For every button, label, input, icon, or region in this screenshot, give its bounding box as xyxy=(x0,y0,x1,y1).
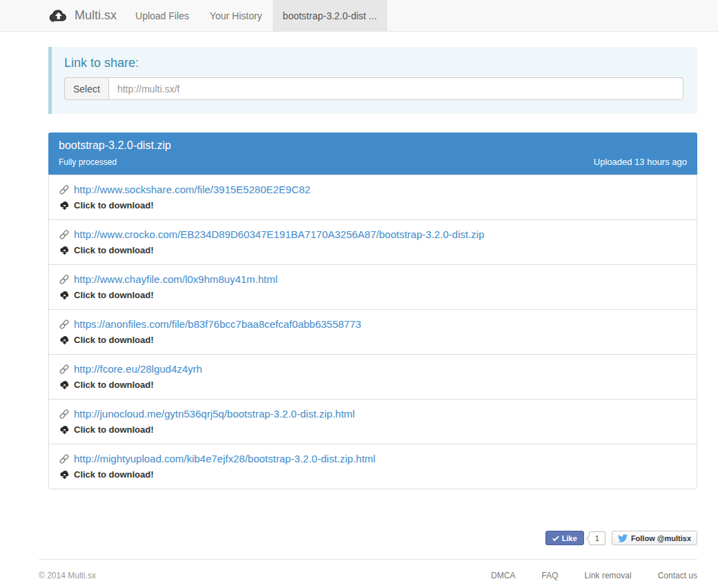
share-link-input-group: Select xyxy=(64,77,683,100)
facebook-like-widget: Like 1 xyxy=(545,531,605,545)
mirror-url-link[interactable]: https://anonfiles.com/file/b83f76bcc7baa… xyxy=(74,317,361,331)
download-link-row: http://www.crocko.com/EB234D89D60347E191… xyxy=(49,219,697,264)
nav-item-upload-files[interactable]: Upload Files xyxy=(125,0,200,31)
cloud-download-icon xyxy=(59,380,70,390)
footer-link-contact-us[interactable]: Contact us xyxy=(658,571,697,580)
link-icon xyxy=(59,320,69,329)
click-to-download-button[interactable]: Click to download! xyxy=(59,334,686,346)
download-link-row: http://fcore.eu/28lgud4z4yrh Click to do… xyxy=(49,354,697,399)
cloud-download-icon xyxy=(59,335,70,345)
mirror-url-link[interactable]: http://junocloud.me/gytn536qrj5q/bootstr… xyxy=(74,406,355,421)
cloud-download-icon xyxy=(59,424,70,435)
footer-link-dmca[interactable]: DMCA xyxy=(491,571,515,580)
link-icon xyxy=(59,185,69,195)
nav-item-label: bootstrap-3.2.0-dist ... xyxy=(283,10,377,21)
download-link-row: http://www.chayfile.com/l0x9hm8uy41m.htm… xyxy=(49,264,697,309)
footer-links: DMCA FAQ Link removal Contact us xyxy=(491,571,697,580)
download-label: Click to download! xyxy=(74,199,154,211)
download-link-row: http://junocloud.me/gytn536qrj5q/bootstr… xyxy=(49,399,697,444)
social-buttons-row: Like 1 Follow @multisx xyxy=(48,531,697,545)
mirror-url-link[interactable]: http://www.crocko.com/EB234D89D60347E191… xyxy=(74,227,485,242)
nav-item-label: Upload Files xyxy=(135,10,189,21)
nav-item-label: Your History xyxy=(210,10,262,21)
brand-label: Multi.sx xyxy=(75,8,117,23)
link-to-share-heading: Link to share: xyxy=(64,56,683,70)
mirror-url-link[interactable]: http://www.sockshare.com/file/3915E5280E… xyxy=(74,182,311,197)
uploaded-timestamp: Uploaded 13 hours ago xyxy=(594,157,687,167)
link-icon xyxy=(59,364,69,374)
select-addon-button[interactable]: Select xyxy=(64,77,108,100)
click-to-download-button[interactable]: Click to download! xyxy=(59,424,686,435)
click-to-download-button[interactable]: Click to download! xyxy=(59,289,686,301)
file-panel: bootstrap-3.2.0-dist.zip Fully processed… xyxy=(48,133,697,489)
like-label: Like xyxy=(562,534,577,542)
download-label: Click to download! xyxy=(74,334,154,346)
click-to-download-button[interactable]: Click to download! xyxy=(59,379,686,391)
facebook-like-button[interactable]: Like xyxy=(545,531,584,545)
download-label: Click to download! xyxy=(74,424,154,435)
link-icon xyxy=(59,275,69,284)
like-count-bubble: 1 xyxy=(589,531,605,545)
download-label: Click to download! xyxy=(74,379,154,391)
link-icon xyxy=(59,454,69,464)
twitter-bird-icon xyxy=(618,534,628,542)
link-to-share-callout: Link to share: Select xyxy=(48,47,697,114)
cloud-download-icon xyxy=(59,290,70,300)
twitter-follow-button[interactable]: Follow @multisx xyxy=(612,531,697,545)
status-badge: Fully processed xyxy=(59,157,117,167)
nav-item-your-history[interactable]: Your History xyxy=(200,0,273,31)
footer-link-faq[interactable]: FAQ xyxy=(542,571,559,580)
download-link-row: http://www.sockshare.com/file/3915E5280E… xyxy=(49,175,697,219)
click-to-download-button[interactable]: Click to download! xyxy=(59,469,686,480)
nav-item-current-file-tab[interactable]: bootstrap-3.2.0-dist ... xyxy=(273,0,387,31)
footer-link-link-removal[interactable]: Link removal xyxy=(585,571,632,580)
file-title: bootstrap-3.2.0-dist.zip xyxy=(59,139,687,152)
navbar: Multi.sx Upload Files Your History boots… xyxy=(0,0,718,32)
copyright-text: © 2014 Multi.sx xyxy=(39,571,96,580)
follow-label: Follow @multisx xyxy=(631,534,691,542)
link-icon xyxy=(59,409,69,419)
upload-cloud-logo-icon xyxy=(48,8,69,23)
cloud-download-icon xyxy=(59,245,70,255)
file-panel-header: bootstrap-3.2.0-dist.zip Fully processed… xyxy=(48,133,697,175)
click-to-download-button[interactable]: Click to download! xyxy=(59,244,686,256)
cloud-download-icon xyxy=(59,200,70,210)
download-label: Click to download! xyxy=(74,469,154,480)
download-label: Click to download! xyxy=(74,244,154,256)
link-icon xyxy=(59,230,69,239)
mirror-url-link[interactable]: http://www.chayfile.com/l0x9hm8uy41m.htm… xyxy=(74,272,278,286)
download-label: Click to download! xyxy=(74,289,154,301)
click-to-download-button[interactable]: Click to download! xyxy=(59,199,686,211)
share-link-input[interactable] xyxy=(108,77,683,100)
mirror-url-link[interactable]: http://fcore.eu/28lgud4z4yrh xyxy=(74,362,202,376)
brand[interactable]: Multi.sx xyxy=(48,0,125,31)
check-icon xyxy=(552,535,559,542)
mirror-url-link[interactable]: http://mightyupload.com/kib4e7ejfx28/boo… xyxy=(74,451,376,466)
download-link-row: http://mightyupload.com/kib4e7ejfx28/boo… xyxy=(49,444,697,489)
cloud-download-icon xyxy=(59,469,70,480)
download-link-row: https://anonfiles.com/file/b83f76bcc7baa… xyxy=(49,309,697,354)
footer: © 2014 Multi.sx DMCA FAQ Link removal Co… xyxy=(39,559,697,580)
